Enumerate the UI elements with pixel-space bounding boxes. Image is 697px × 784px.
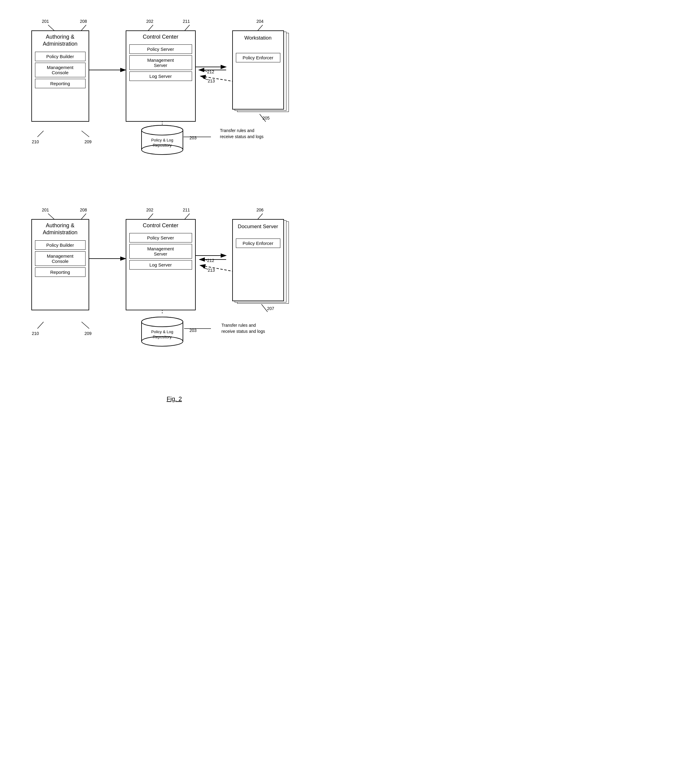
repository-cylinder-d2: Policy & Log Repository: [141, 316, 183, 347]
figure-label: Fig. 2: [167, 395, 182, 402]
control-center-box-d1: Control Center Policy Server ManagementS…: [126, 30, 196, 122]
svg-line-40: [38, 322, 43, 329]
policy-enforcer-d1: Policy Enforcer: [236, 53, 280, 63]
ref-209-d1: 209: [84, 139, 92, 144]
ref-207-d2: 207: [267, 306, 274, 311]
ref-202-d2: 202: [146, 208, 154, 212]
ref-203-d1: 203: [190, 135, 197, 140]
authoring-box-d2: Authoring & Administration Policy Builde…: [31, 219, 89, 310]
svg-line-39: [82, 322, 89, 329]
svg-line-41: [202, 259, 207, 260]
ref-212-d1: 212: [207, 69, 214, 74]
authoring-title-d1: Authoring & Administration: [32, 31, 89, 50]
ref-209-d2: 209: [84, 331, 92, 336]
management-server-d2: ManagementServer: [129, 244, 192, 259]
transfer-text-d1: Transfer rules andreceive status and log…: [220, 128, 264, 140]
svg-text:Policy & Log: Policy & Log: [151, 329, 173, 334]
ref-206-d2: 206: [257, 208, 264, 212]
ref-204-d1: 204: [257, 19, 264, 24]
svg-text:Policy & Log: Policy & Log: [151, 138, 173, 142]
svg-text:Repository: Repository: [152, 143, 172, 148]
ref-208-d1: 208: [80, 19, 87, 24]
svg-line-14: [203, 78, 208, 80]
ref-213-d1: 213: [208, 79, 215, 83]
authoring-title-d2: Authoring & Administration: [32, 220, 89, 239]
ref-211-d1: 211: [183, 19, 190, 24]
svg-line-12: [38, 131, 43, 137]
log-server-d1: Log Server: [129, 71, 192, 81]
policy-enforcer-d2: Policy Enforcer: [236, 239, 280, 248]
svg-line-11: [82, 131, 89, 137]
workstation-title-d1: Workstation: [233, 31, 283, 44]
svg-point-53: [142, 317, 183, 327]
ref-201-d2: 201: [42, 208, 49, 212]
reporting-d1: Reporting: [35, 79, 86, 88]
control-center-title-d2: Control Center: [126, 220, 195, 232]
ref-210-d2: 210: [32, 331, 39, 336]
document-server-title-d2: Document Server: [233, 220, 283, 232]
policy-builder-d1: Policy Builder: [35, 52, 86, 61]
ref-212-d2: 212: [207, 258, 214, 263]
diagram-1: 201 208 202 211 204 Authoring & Administ…: [13, 6, 336, 176]
svg-text:Repository: Repository: [152, 334, 172, 339]
policy-builder-d2: Policy Builder: [35, 240, 86, 250]
reporting-d2: Reporting: [35, 267, 86, 277]
policy-server-d2: Policy Server: [129, 233, 192, 242]
authoring-box-d1: Authoring & Administration Policy Builde…: [31, 30, 89, 122]
ref-203-d2: 203: [190, 328, 197, 333]
control-center-box-d2: Control Center Policy Server ManagementS…: [126, 219, 196, 310]
repository-cylinder-d1: Policy & Log Repository: [141, 125, 183, 155]
management-console-d2: ManagementConsole: [35, 251, 86, 266]
diagram-container: 201 208 202 211 204 Authoring & Administ…: [6, 6, 342, 402]
svg-line-43: [261, 304, 268, 312]
diagram-2: 201 208 202 211 206 Authoring & Administ…: [13, 195, 336, 371]
ref-211-d2: 211: [183, 208, 190, 212]
policy-server-d1: Policy Server: [129, 44, 192, 54]
ref-213-d2: 213: [208, 268, 215, 273]
management-console-d1: ManagementConsole: [35, 63, 86, 77]
svg-point-25: [142, 125, 183, 135]
management-server-d1: ManagementServer: [129, 55, 192, 70]
transfer-text-d2: Transfer rules andreceive status and log…: [221, 323, 265, 334]
ref-210-d1: 210: [32, 139, 39, 144]
ref-202-d1: 202: [146, 19, 154, 24]
svg-line-13: [202, 70, 207, 71]
control-center-title-d1: Control Center: [126, 31, 195, 43]
svg-line-42: [203, 268, 208, 269]
log-server-d2: Log Server: [129, 260, 192, 270]
ref-208-d2: 208: [80, 208, 87, 212]
ref-205-d1: 205: [263, 115, 270, 120]
ref-201-d1: 201: [42, 19, 49, 24]
